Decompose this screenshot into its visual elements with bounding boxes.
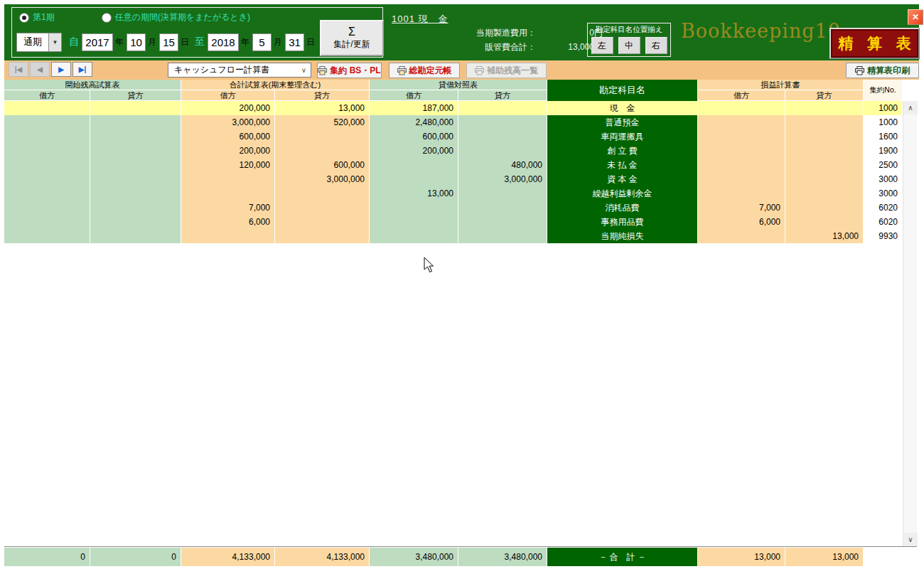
worksheet-cell[interactable] [458,201,547,215]
nav-first-icon[interactable]: |◀ [9,62,28,77]
worksheet-cell[interactable]: 1000 [864,101,903,115]
worksheet-cell[interactable] [785,172,864,186]
align-right-button[interactable]: 右 [645,37,667,54]
worksheet-cell[interactable] [275,215,370,229]
to-year-field[interactable]: 2018 [208,33,239,51]
worksheet-cell[interactable]: 187,000 [370,101,458,115]
chevron-down-icon[interactable]: ▼ [48,33,61,51]
nav-next-icon[interactable]: ▶ [51,62,71,77]
worksheet-cell[interactable]: 3000 [864,186,903,201]
account-name-cell[interactable]: 消耗品費 [547,201,698,215]
worksheet-cell[interactable]: 3,000,000 [275,172,370,186]
worksheet-cell[interactable]: 13,000 [275,101,370,115]
vertical-scrollbar[interactable]: ∧ ∨ [903,101,917,546]
worksheet-cell[interactable] [698,158,785,172]
worksheet-cell[interactable] [90,215,181,229]
worksheet-cell[interactable] [90,101,181,115]
worksheet-cell[interactable] [458,129,547,144]
worksheet-cell[interactable] [785,115,864,129]
worksheet-cell[interactable] [785,186,864,201]
worksheet-cell[interactable] [181,229,275,243]
worksheet-cell[interactable]: 520,000 [275,115,370,129]
worksheet-cell[interactable]: 1000 [864,115,903,129]
worksheet-cell[interactable]: 200,000 [370,144,458,158]
worksheet-cell[interactable] [4,215,90,229]
worksheet-cell[interactable]: 200,000 [181,144,275,158]
report-select[interactable]: キャッシュフロー計算書 ∨ [168,63,311,78]
worksheet-cell[interactable]: 1600 [864,129,903,144]
to-day-field[interactable]: 31 [285,33,304,51]
worksheet-cell[interactable]: 3,000,000 [181,115,275,129]
worksheet-cell[interactable]: 3,000,000 [458,172,547,186]
worksheet-page-button[interactable]: 精 算 表 [829,28,920,59]
worksheet-cell[interactable] [370,158,458,172]
worksheet-cell[interactable] [90,144,181,158]
worksheet-cell[interactable]: 200,000 [181,101,275,115]
align-left-button[interactable]: 左 [591,37,613,54]
worksheet-cell[interactable] [181,172,275,186]
worksheet-cell[interactable]: 7,000 [181,201,275,215]
worksheet-cell[interactable] [698,129,785,144]
worksheet-cell[interactable] [4,144,90,158]
worksheet-cell[interactable] [458,186,547,201]
worksheet-cell[interactable] [4,158,90,172]
worksheet-cell[interactable]: 7,000 [698,201,785,215]
worksheet-cell[interactable] [370,201,458,215]
worksheet-cell[interactable]: 6020 [864,201,903,215]
nav-last-icon[interactable]: ▶| [72,62,92,77]
worksheet-cell[interactable] [4,129,90,144]
worksheet-cell[interactable]: 1900 [864,144,903,158]
worksheet-cell[interactable] [370,229,458,243]
account-name-cell[interactable]: 未 払 金 [547,158,698,172]
worksheet-cell[interactable]: 6,000 [181,215,275,229]
worksheet-cell[interactable]: 9930 [864,229,903,243]
worksheet-cell[interactable] [90,115,181,129]
worksheet-cell[interactable] [90,201,181,215]
worksheet-cell[interactable]: 6020 [864,215,903,229]
worksheet-cell[interactable]: 480,000 [458,158,547,172]
radio-custom-period[interactable]: 任意の期間(決算期をまたがるとき) [102,11,250,23]
term-select[interactable]: 通期 ▼ [16,33,62,52]
from-month-field[interactable]: 10 [127,33,146,51]
worksheet-cell[interactable] [458,144,547,158]
worksheet-cell[interactable] [370,215,458,229]
worksheet-cell[interactable] [4,229,90,243]
worksheet-cell[interactable] [90,229,181,243]
close-icon[interactable]: ✕ [908,9,923,25]
worksheet-cell[interactable] [275,144,370,158]
account-name-cell[interactable]: 現 金 [547,101,698,115]
radio-selected-icon[interactable] [19,13,29,23]
worksheet-cell[interactable] [785,201,864,215]
radio-fiscal-period-1[interactable]: 第1期 [19,11,55,23]
worksheet-cell[interactable] [275,229,370,243]
worksheet-cell[interactable] [90,158,181,172]
worksheet-cell[interactable] [275,201,370,215]
scroll-up-icon[interactable]: ∧ [903,101,918,115]
worksheet-cell[interactable] [785,144,864,158]
worksheet-cell[interactable]: 3000 [864,172,903,186]
worksheet-cell[interactable] [458,229,547,243]
worksheet-cell[interactable] [4,186,90,201]
worksheet-cell[interactable] [698,186,785,201]
worksheet-cell[interactable] [698,172,785,186]
aggregate-update-button[interactable]: Σ 集計/更新 [320,20,384,56]
worksheet-cell[interactable] [698,115,785,129]
worksheet-cell[interactable] [275,129,370,144]
worksheet-cell[interactable]: 13,000 [370,186,458,201]
worksheet-cell[interactable] [181,186,275,201]
account-name-cell[interactable]: 繰越利益剰余金 [547,186,698,201]
worksheet-cell[interactable] [275,186,370,201]
worksheet-cell[interactable] [785,215,864,229]
worksheet-cell[interactable] [90,172,181,186]
worksheet-cell[interactable] [458,215,547,229]
worksheet-cell[interactable] [458,101,547,115]
worksheet-cell[interactable] [698,144,785,158]
print-worksheet-button[interactable]: 精算表印刷 [846,63,919,78]
worksheet-cell[interactable] [90,186,181,201]
nav-prev-icon[interactable]: ◀ [30,62,50,77]
worksheet-cell[interactable] [458,115,547,129]
worksheet-cell[interactable]: 600,000 [275,158,370,172]
worksheet-cell[interactable] [370,172,458,186]
from-day-field[interactable]: 15 [159,33,178,51]
from-year-field[interactable]: 2017 [82,33,113,51]
